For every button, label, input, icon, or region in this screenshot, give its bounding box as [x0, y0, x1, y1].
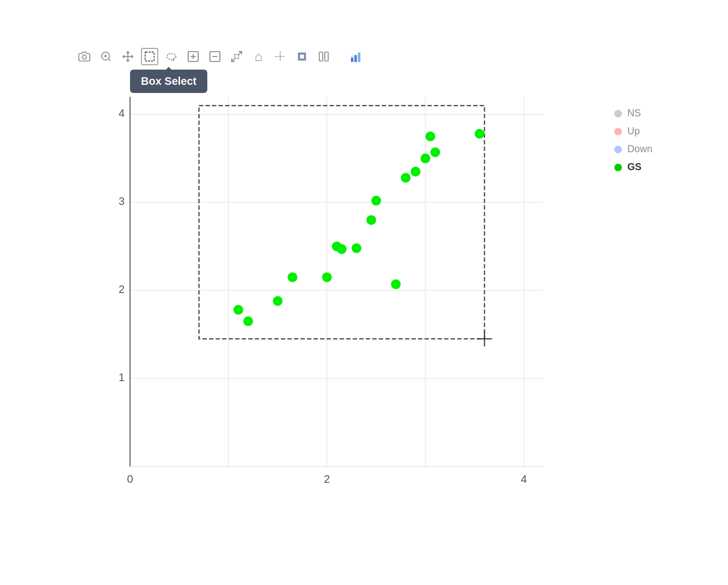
zoom-out-icon[interactable]: [206, 48, 224, 65]
chart-container: ⌂: [65, 42, 663, 543]
spike-lines-icon[interactable]: [272, 48, 289, 65]
svg-rect-14: [235, 54, 238, 58]
show-closest-icon[interactable]: [293, 48, 311, 65]
legend-dot-up: [614, 128, 622, 135]
compare-data-icon[interactable]: [315, 48, 332, 65]
svg-point-55: [391, 279, 401, 289]
svg-point-49: [322, 272, 332, 282]
svg-rect-42: [199, 105, 485, 339]
svg-point-0: [82, 55, 86, 59]
svg-point-8: [167, 54, 176, 60]
svg-rect-23: [358, 53, 361, 62]
svg-point-61: [474, 129, 484, 139]
svg-text:4: 4: [119, 107, 125, 119]
svg-point-60: [430, 147, 440, 157]
pan-icon[interactable]: [119, 48, 137, 65]
legend-label-down: Down: [627, 144, 652, 155]
lasso-select-icon[interactable]: [163, 48, 180, 65]
toolbar: ⌂: [65, 42, 663, 71]
zoom-icon[interactable]: [97, 48, 115, 65]
svg-text:2: 2: [119, 283, 125, 295]
svg-line-2: [108, 59, 110, 61]
zoom-in-icon[interactable]: [184, 48, 202, 65]
legend-label-gs: GS: [627, 161, 641, 173]
chart-area[interactable]: 1234024: [97, 80, 565, 499]
svg-text:3: 3: [119, 195, 125, 207]
svg-point-57: [411, 167, 421, 177]
svg-point-47: [273, 296, 282, 306]
svg-rect-21: [351, 58, 354, 62]
svg-marker-18: [300, 54, 304, 58]
svg-rect-22: [354, 55, 357, 62]
svg-point-51: [337, 244, 347, 254]
svg-text:0: 0: [127, 473, 133, 485]
legend-item-up: Up: [614, 126, 652, 137]
svg-text:4: 4: [521, 473, 527, 485]
svg-point-48: [288, 272, 298, 282]
svg-point-53: [366, 215, 376, 225]
svg-point-46: [243, 316, 253, 326]
svg-point-56: [401, 173, 411, 183]
legend-item-ns: NS: [614, 108, 652, 119]
svg-point-59: [425, 132, 435, 141]
svg-text:2: 2: [324, 473, 330, 485]
svg-point-58: [421, 153, 430, 163]
box-select-icon[interactable]: [141, 48, 158, 65]
legend-label-up: Up: [627, 126, 640, 137]
legend-dot-ns: [614, 110, 622, 117]
svg-point-45: [233, 305, 243, 315]
reset-icon[interactable]: ⌂: [250, 48, 267, 65]
legend-dot-down: [614, 146, 622, 153]
camera-icon[interactable]: [76, 48, 93, 65]
svg-rect-20: [325, 52, 328, 61]
legend: NS Up Down GS: [614, 108, 652, 173]
autoscale-icon[interactable]: [228, 48, 245, 65]
plotly-icon[interactable]: [348, 48, 365, 65]
box-select-tooltip: Box Select: [130, 70, 207, 93]
scatter-plot[interactable]: 1234024: [97, 80, 565, 499]
svg-point-54: [371, 196, 381, 206]
svg-rect-24: [351, 55, 354, 57]
svg-point-52: [351, 243, 361, 253]
svg-text:1: 1: [119, 371, 125, 383]
legend-item-down: Down: [614, 144, 652, 155]
legend-item-gs: GS: [614, 161, 652, 173]
legend-dot-gs: [614, 164, 622, 171]
svg-rect-7: [145, 52, 155, 61]
legend-label-ns: NS: [627, 108, 641, 119]
svg-rect-19: [319, 52, 323, 61]
